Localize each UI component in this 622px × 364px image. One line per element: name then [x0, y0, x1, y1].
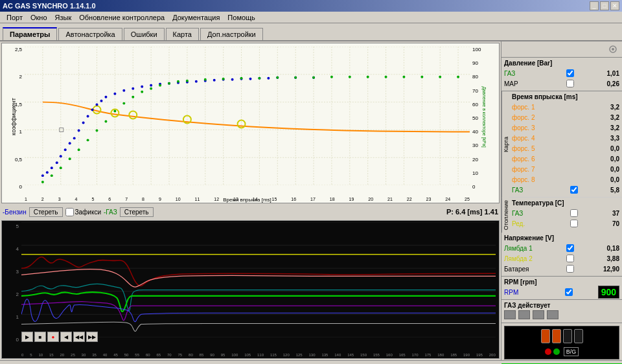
svg-point-76 [87, 139, 89, 141]
gaz-vprysk-checkbox[interactable] [570, 186, 578, 194]
otoplenie-section: Отопление Температура [C] ГАЗ 37 Ред. 70 [501, 198, 622, 233]
fors-value-4: 3,3 [600, 135, 619, 142]
svg-point-80 [122, 102, 125, 105]
svg-point-49 [104, 96, 107, 98]
svg-point-47 [96, 104, 98, 106]
gaz-temp-checkbox[interactable] [570, 209, 578, 217]
tab-параметры[interactable]: Параметры [3, 27, 57, 40]
red-temp-row: Ред. 70 [512, 218, 619, 229]
vremya-section: Время впрыска [ms] форс. 13,2форс. 23,2ф… [509, 91, 622, 198]
menu-item-язык[interactable]: Язык [51, 13, 76, 22]
stop-button[interactable]: ■ [34, 332, 46, 342]
svg-point-98 [385, 76, 387, 78]
rpm-checkbox[interactable] [565, 288, 573, 296]
lower-y-ticks: 5 4 3 2 1 0 [2, 222, 20, 344]
svg-point-92 [276, 76, 279, 79]
lambda1-checkbox[interactable] [566, 244, 574, 252]
svg-point-39 [60, 155, 62, 157]
svg-point-48 [100, 100, 102, 102]
maximize-button[interactable]: □ [600, 1, 609, 10]
gaz-row: ГАЗ 1,01 [504, 68, 619, 78]
main-area: коэффициент 2,5 2 1,5 1 0,5 0 100 90 80 … [0, 41, 622, 360]
svg-point-94 [312, 76, 315, 79]
record-button[interactable]: ● [47, 332, 59, 342]
karta-section: Карта Время впрыска [ms] форс. 13,2форс.… [501, 91, 622, 198]
tab-доп.настройки[interactable]: Доп.настройки [200, 28, 263, 40]
fors-label-3: форс. 3 [512, 124, 547, 131]
lambda2-checkbox[interactable] [566, 255, 574, 262]
tab-ошибки[interactable]: Ошибки [124, 28, 165, 40]
davlenie-title: Давление [Bar] [504, 60, 619, 67]
fors-row-5: форс. 50,0 [512, 143, 619, 154]
fors-value-8: 0,0 [600, 176, 619, 183]
gaz-temp-value: 37 [600, 210, 619, 217]
svg-point-99 [402, 76, 405, 78]
red-temp-value: 70 [600, 220, 619, 227]
svg-point-61 [213, 79, 216, 82]
rpm-row: RPM 900 [504, 287, 619, 297]
lambda1-label: Лямбда 1 [504, 245, 540, 252]
p-value: P: 6.4 [ms] 1.41 [446, 208, 498, 216]
svg-point-93 [294, 76, 297, 79]
play-button[interactable]: ▶ [21, 332, 33, 342]
lambda2-value: 3,88 [600, 255, 619, 262]
fors-rows: форс. 13,2форс. 23,2форс. 33,2форс. 43,3… [512, 102, 619, 185]
gaz-davlenie-value: 1,01 [600, 70, 619, 77]
menu-item-порт[interactable]: Порт [3, 13, 27, 22]
tab-карта[interactable]: Карта [166, 28, 199, 40]
menu-item-окно[interactable]: Окно [27, 13, 51, 22]
right-panel: Давление [Bar] ГАЗ 1,01 MAP 0,26 Карта В… [501, 41, 622, 360]
fors-label-2: форс. 2 [512, 114, 547, 121]
svg-point-77 [96, 129, 98, 131]
svg-point-75 [78, 148, 80, 151]
menu-item-помощь[interactable]: Помощь [224, 13, 259, 22]
gas-display: B/G [504, 326, 619, 359]
gaz-temp-label: ГАЗ [512, 210, 547, 217]
svg-point-35 [41, 174, 44, 177]
svg-point-41 [69, 142, 71, 144]
map-value: 0,26 [600, 80, 619, 87]
steret-btn-1[interactable]: Стереть [29, 207, 63, 217]
svg-point-74 [69, 157, 71, 160]
svg-point-84 [159, 84, 161, 87]
menu-item-обновление-контроллера[interactable]: Обновление контроллера [75, 13, 168, 22]
gaz-davlenie-label: ГАЗ [504, 70, 540, 77]
settings-icon[interactable] [606, 43, 619, 56]
fors-value-2: 3,2 [600, 114, 619, 121]
svg-point-96 [349, 76, 351, 78]
icon1 [504, 310, 516, 319]
top-icon-area [501, 41, 622, 58]
benzin-label: -Бензин [3, 209, 27, 216]
map-checkbox[interactable] [566, 80, 574, 87]
gas-circle-2 [553, 348, 560, 355]
gaz-vprysk-row: ГАЗ 5,8 [512, 185, 619, 195]
fors-label-8: форс. 8 [512, 176, 547, 183]
zafiksi-input[interactable] [65, 208, 74, 216]
red-temp-checkbox[interactable] [570, 220, 578, 227]
tab-автонастройка[interactable]: Автонастройка [58, 28, 122, 40]
fwd-button[interactable]: ▶▶ [86, 332, 98, 342]
steret-btn-2[interactable]: Стереть [120, 207, 154, 217]
rpm-label: RPM [504, 289, 540, 296]
window-controls: _ □ ✕ [590, 1, 619, 10]
rpm-title: RPM [rpm] [504, 279, 619, 286]
x-axis-label: Время впрыска [ms] [25, 197, 470, 203]
svg-point-42 [73, 137, 76, 139]
icon2 [518, 310, 530, 319]
batareya-checkbox[interactable] [566, 265, 574, 273]
rpm-value: 900 [598, 286, 619, 299]
map-row: MAP 0,26 [504, 78, 619, 89]
menu-item-документация[interactable]: Документация [168, 13, 224, 22]
back2-button[interactable]: ◀◀ [73, 332, 85, 342]
svg-point-101 [439, 76, 441, 78]
minimize-button[interactable]: _ [590, 1, 599, 10]
lower-chart: 5 4 3 2 1 0 [1, 220, 500, 359]
close-button[interactable]: ✕ [610, 1, 619, 10]
upper-chart: коэффициент 2,5 2 1,5 1 0,5 0 100 90 80 … [1, 43, 500, 203]
fors-value-6: 0,0 [600, 155, 619, 163]
back-button[interactable]: ◀ [60, 332, 72, 342]
gas-rect-1 [541, 329, 550, 343]
svg-point-45 [87, 115, 89, 118]
gaz-davlenie-checkbox[interactable] [566, 69, 574, 77]
zafiksi-checkbox[interactable]: Зафикси [65, 208, 102, 216]
